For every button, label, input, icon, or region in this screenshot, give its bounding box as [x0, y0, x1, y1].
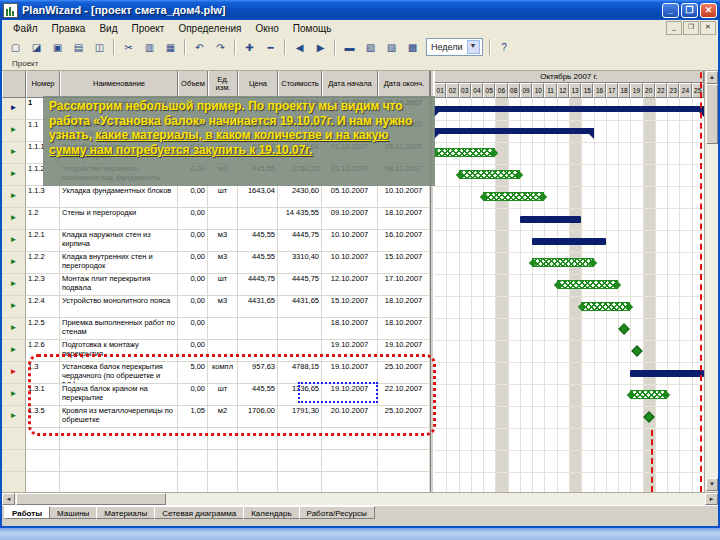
gantt-bar-task[interactable]: [520, 216, 581, 223]
horizontal-scrollbar[interactable]: ◄ ►: [2, 492, 718, 505]
table-cell[interactable]: [60, 450, 178, 472]
table-cell[interactable]: [278, 472, 322, 492]
new-file-button[interactable]: ▢: [5, 37, 26, 57]
table-cell[interactable]: 2430,60: [278, 186, 322, 208]
table-cell[interactable]: [238, 318, 278, 340]
outdent-button[interactable]: ◀: [289, 37, 310, 57]
table-cell[interactable]: 1643,04: [238, 186, 278, 208]
table-cell[interactable]: 10.10.2007: [322, 230, 378, 252]
title-bar[interactable]: PlanWizard - [проект смета_дом4.plw] _ ❐…: [0, 0, 720, 20]
table-cell[interactable]: 1.2.1: [26, 230, 60, 252]
gantt-bar-hatch[interactable]: [434, 148, 495, 157]
scale-combobox[interactable]: Недели▼: [426, 38, 483, 56]
table-cell[interactable]: 4445,75: [238, 274, 278, 296]
table-cell[interactable]: 1.2.5: [26, 318, 60, 340]
column-header[interactable]: Цена: [238, 70, 278, 98]
table-cell[interactable]: [278, 450, 322, 472]
table-cell[interactable]: 1.2.3: [26, 274, 60, 296]
menu-item[interactable]: Определения: [171, 22, 248, 35]
table-cell[interactable]: 4431,65: [278, 296, 322, 318]
redo-button[interactable]: ↷: [210, 37, 231, 57]
tab-view[interactable]: Работа/Ресурсы: [299, 506, 375, 519]
table-cell[interactable]: Устройство монолитного пояса: [60, 296, 178, 318]
table-cell[interactable]: Стены и перегородки: [60, 208, 178, 230]
table-row[interactable]: ►1.2.4Устройство монолитного пояса0,00м3…: [2, 296, 430, 318]
table-cell[interactable]: [238, 208, 278, 230]
table-cell[interactable]: Монтаж плит перекрытия подвала: [60, 274, 178, 296]
gantt-bar-hatch[interactable]: [630, 390, 667, 399]
table-cell[interactable]: 09.10.2007: [322, 208, 378, 230]
table-view-button[interactable]: ▨: [381, 37, 402, 57]
table-cell[interactable]: 18.10.2007: [378, 208, 430, 230]
column-header[interactable]: Стоимость: [278, 70, 322, 98]
gantt-bar-hatch[interactable]: [557, 280, 618, 289]
close-button[interactable]: ✕: [700, 3, 717, 18]
table-cell[interactable]: 05.10.2007: [322, 186, 378, 208]
gantt-bar-hatch[interactable]: [459, 170, 520, 179]
gantt-bar-hatch[interactable]: [532, 258, 593, 267]
tab-view[interactable]: Календарь: [243, 506, 299, 519]
table-cell[interactable]: 17.10.2007: [378, 274, 430, 296]
table-cell[interactable]: [178, 450, 208, 472]
vertical-scrollbar[interactable]: ▲ ▼: [704, 70, 718, 492]
horizontal-scroll-thumb[interactable]: [16, 493, 166, 505]
gantt-bar-summary[interactable]: [434, 106, 704, 112]
table-cell[interactable]: Укладка фундаментных блоков: [60, 186, 178, 208]
table-cell[interactable]: [378, 450, 430, 472]
help-button[interactable]: ?: [494, 37, 515, 57]
table-cell[interactable]: [208, 450, 238, 472]
menu-item[interactable]: Окно: [249, 22, 286, 35]
table-row[interactable]: ►1.2.2Кладка внутренних стен и перегород…: [2, 252, 430, 274]
scroll-up-button[interactable]: ▲: [706, 71, 718, 84]
table-cell[interactable]: Кладка наружных стен из кирпича: [60, 230, 178, 252]
vertical-scroll-thumb[interactable]: [706, 84, 718, 144]
table-cell[interactable]: [322, 472, 378, 492]
column-header[interactable]: Номер: [26, 70, 60, 98]
table-cell[interactable]: 18.10.2007: [378, 296, 430, 318]
table-cell[interactable]: 3310,40: [278, 252, 322, 274]
table-row[interactable]: ►1.1.3Укладка фундаментных блоков0,00шт1…: [2, 186, 430, 208]
gantt-view-button[interactable]: ▬: [339, 37, 360, 57]
table-cell[interactable]: [208, 318, 238, 340]
table-cell[interactable]: 10.10.2007: [322, 252, 378, 274]
open-file-button[interactable]: ◪: [26, 37, 47, 57]
menu-item[interactable]: Правка: [45, 22, 93, 35]
table-cell[interactable]: шт: [208, 274, 238, 296]
tab-view[interactable]: Материалы: [96, 506, 155, 519]
table-cell[interactable]: 12.10.2007: [322, 274, 378, 296]
table-cell[interactable]: м3: [208, 296, 238, 318]
table-cell[interactable]: 445,55: [238, 252, 278, 274]
table-cell[interactable]: 15.10.2007: [378, 252, 430, 274]
table-cell[interactable]: 16.10.2007: [378, 230, 430, 252]
table-cell[interactable]: 1.2.4: [26, 296, 60, 318]
minimize-button[interactable]: _: [662, 3, 679, 18]
column-header[interactable]: Ед. изм.: [208, 70, 238, 98]
table-row[interactable]: ►1.2.5Приемка выполненных работ по стена…: [2, 318, 430, 340]
table-row[interactable]: ►1.2.1Кладка наружных стен из кирпича0,0…: [2, 230, 430, 252]
insert-row-button[interactable]: ✚: [239, 37, 260, 57]
mdi-close-button[interactable]: ✕: [700, 21, 716, 35]
table-cell[interactable]: 10.10.2007: [378, 186, 430, 208]
mdi-minimize-button[interactable]: _: [666, 21, 682, 35]
table-cell[interactable]: 1.2.2: [26, 252, 60, 274]
table-cell[interactable]: [208, 472, 238, 492]
table-cell[interactable]: [278, 318, 322, 340]
column-header[interactable]: Объем: [178, 70, 208, 98]
table-cell[interactable]: 4431,65: [238, 296, 278, 318]
delete-row-button[interactable]: ━: [260, 37, 281, 57]
table-cell[interactable]: [60, 472, 178, 492]
table-cell[interactable]: 445,55: [238, 230, 278, 252]
table-cell[interactable]: [26, 472, 60, 492]
gantt-bar-summary[interactable]: [434, 128, 594, 134]
table-cell[interactable]: 0,00: [178, 274, 208, 296]
maximize-button[interactable]: ❐: [681, 3, 698, 18]
table-row[interactable]: [2, 450, 430, 472]
gantt-bar-hatch[interactable]: [581, 302, 630, 311]
table-cell[interactable]: [378, 472, 430, 492]
table-cell[interactable]: 18.10.2007: [322, 318, 378, 340]
tab-view[interactable]: Сетевая диаграмма: [154, 506, 244, 519]
cut-button[interactable]: ✂: [118, 37, 139, 57]
table-cell[interactable]: [238, 450, 278, 472]
tab-active[interactable]: Работы: [4, 506, 50, 519]
menu-item[interactable]: Вид: [92, 22, 124, 35]
